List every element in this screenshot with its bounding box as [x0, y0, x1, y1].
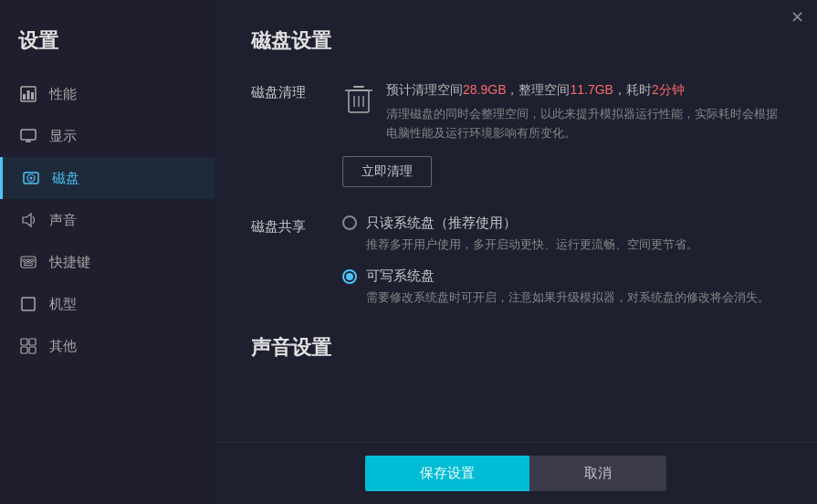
sidebar-item-disk-label: 磁盘 — [52, 170, 79, 187]
sidebar: 设置 性能 显示 — [0, 0, 215, 504]
sidebar-item-other-label: 其他 — [49, 338, 77, 355]
sidebar-item-display[interactable]: 显示 — [0, 115, 215, 157]
radio-item-writable[interactable]: 可写系统盘 需要修改系统盘时可开启，注意如果升级模拟器，对系统盘的修改将会消失。 — [342, 268, 780, 307]
other-icon — [18, 336, 38, 356]
highlight-size2: 11.7GB — [570, 82, 613, 97]
disk-cleanup-content: 预计清理空间28.9GB，整理空间11.7GB，耗时2分钟 清理磁盘的同时会整理… — [342, 80, 780, 187]
cancel-button[interactable]: 取消 — [529, 456, 666, 491]
sidebar-item-performance[interactable]: 性能 — [0, 73, 215, 115]
highlight-size1: 28.9GB — [463, 82, 506, 97]
close-button[interactable]: ✕ — [791, 9, 804, 26]
info-mid: ，整理空间 — [506, 82, 570, 97]
shortcuts-icon — [18, 252, 38, 272]
info-post: ，耗时 — [613, 82, 652, 97]
svg-rect-12 — [23, 259, 26, 262]
performance-icon — [18, 84, 38, 104]
radio-circle-readonly — [342, 215, 357, 230]
section2-title: 声音设置 — [251, 334, 780, 362]
disk-info-line1: 预计清理空间28.9GB，整理空间11.7GB，耗时2分钟 — [386, 80, 780, 100]
sidebar-item-performance-label: 性能 — [49, 86, 77, 103]
svg-rect-19 — [21, 347, 27, 353]
svg-rect-18 — [29, 339, 36, 345]
disk-share-row: 磁盘共享 只读系统盘（推荐使用） 推荐多开用户使用，多开启动更快、运行更流畅、空… — [251, 215, 780, 307]
sidebar-item-sound-label: 声音 — [49, 212, 77, 229]
main-panel: ✕ 磁盘设置 磁盘清理 — [215, 0, 817, 504]
disk-share-label: 磁盘共享 — [251, 215, 342, 307]
svg-marker-10 — [23, 214, 31, 226]
clean-now-button[interactable]: 立即清理 — [342, 156, 432, 187]
trash-icon — [342, 82, 375, 115]
svg-point-9 — [30, 177, 33, 180]
radio-circle-writable — [342, 269, 357, 284]
footer: 保存设置 取消 — [215, 442, 817, 504]
sidebar-item-other[interactable]: 其他 — [0, 325, 215, 367]
section1-title: 磁盘设置 — [251, 27, 780, 55]
svg-rect-13 — [27, 259, 30, 262]
display-icon — [18, 126, 38, 146]
sidebar-item-shortcuts[interactable]: 快捷键 — [0, 241, 215, 283]
highlight-time: 2分钟 — [652, 82, 685, 97]
radio-group: 只读系统盘（推荐使用） 推荐多开用户使用，多开启动更快、运行更流畅、空间更节省。… — [342, 215, 780, 307]
save-button[interactable]: 保存设置 — [365, 456, 529, 491]
model-icon — [18, 294, 38, 314]
svg-rect-17 — [21, 339, 27, 345]
svg-rect-20 — [29, 347, 36, 353]
radio-item-readonly[interactable]: 只读系统盘（推荐使用） 推荐多开用户使用，多开启动更快、运行更流畅、空间更节省。 — [342, 215, 780, 254]
radio-desc-writable: 需要修改系统盘时可开启，注意如果升级模拟器，对系统盘的修改将会消失。 — [366, 289, 780, 307]
radio-desc-readonly: 推荐多开用户使用，多开启动更快、运行更流畅、空间更节省。 — [366, 236, 780, 254]
disk-cleanup-top: 预计清理空间28.9GB，整理空间11.7GB，耗时2分钟 清理磁盘的同时会整理… — [342, 80, 780, 143]
radio-text-writable: 可写系统盘 — [366, 268, 435, 285]
info-pre: 预计清理空间 — [386, 82, 463, 97]
svg-rect-16 — [22, 298, 35, 310]
disk-cleanup-label: 磁盘清理 — [251, 80, 342, 187]
svg-rect-1 — [23, 94, 26, 100]
svg-rect-4 — [21, 130, 36, 140]
sidebar-title: 设置 — [0, 18, 215, 73]
disk-info: 预计清理空间28.9GB，整理空间11.7GB，耗时2分钟 清理磁盘的同时会整理… — [386, 80, 780, 143]
svg-rect-15 — [25, 263, 33, 266]
sidebar-item-shortcuts-label: 快捷键 — [49, 254, 90, 271]
sidebar-item-sound[interactable]: 声音 — [0, 199, 215, 241]
disk-info-line2: 清理磁盘的同时会整理空间，以此来提升模拟器运行性能，实际耗时会根据电脑性能及运行… — [386, 105, 780, 143]
sidebar-item-disk[interactable]: 磁盘 — [0, 157, 215, 199]
svg-rect-14 — [31, 259, 34, 262]
disk-icon — [21, 168, 41, 188]
sidebar-item-model[interactable]: 机型 — [0, 283, 215, 325]
svg-rect-3 — [31, 92, 34, 100]
sidebar-item-display-label: 显示 — [49, 128, 77, 145]
disk-cleanup-row: 磁盘清理 预计清 — [251, 80, 780, 187]
svg-rect-2 — [27, 90, 30, 100]
content-area: 磁盘设置 磁盘清理 — [215, 0, 817, 442]
sidebar-item-model-label: 机型 — [49, 296, 77, 313]
sound-icon — [18, 210, 38, 230]
radio-text-readonly: 只读系统盘（推荐使用） — [366, 215, 517, 232]
disk-share-content: 只读系统盘（推荐使用） 推荐多开用户使用，多开启动更快、运行更流畅、空间更节省。… — [342, 215, 780, 307]
